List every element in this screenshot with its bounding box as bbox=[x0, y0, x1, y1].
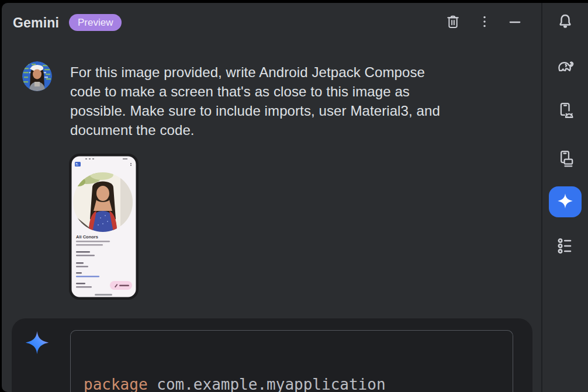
sidebar-item-notifications[interactable] bbox=[551, 9, 579, 35]
code-text: com.example.myapplication bbox=[148, 376, 386, 392]
sidebar-divider bbox=[541, 3, 542, 392]
code-keyword: package bbox=[84, 376, 148, 392]
phone-android-icon bbox=[555, 100, 575, 122]
code-block: package com.example.myapplication import… bbox=[70, 330, 513, 392]
minimize-button[interactable] bbox=[504, 12, 526, 34]
attached-image-thumbnail[interactable]: Ali Conors bbox=[69, 154, 139, 300]
kebab-menu-icon bbox=[476, 13, 493, 32]
preview-badge: Preview bbox=[69, 14, 122, 31]
gemini-response-card: package com.example.myapplication import… bbox=[12, 318, 532, 392]
trash-icon bbox=[445, 13, 461, 32]
more-options-button[interactable] bbox=[473, 11, 496, 33]
user-message-line: document the code. bbox=[70, 120, 440, 140]
minimize-icon bbox=[507, 14, 523, 32]
gemini-star-icon bbox=[24, 329, 50, 356]
gemini-star-icon bbox=[556, 192, 574, 211]
checklist-icon bbox=[555, 236, 575, 258]
delete-conversation-button[interactable] bbox=[442, 11, 464, 33]
page-title: Gemini bbox=[13, 15, 59, 31]
phone-screen-icon bbox=[555, 148, 575, 170]
sidebar-item-gemini[interactable] bbox=[549, 186, 582, 217]
user-message-line: For this image provided, write Android J… bbox=[70, 63, 440, 82]
sidebar-item-gradle[interactable] bbox=[551, 54, 579, 80]
gradle-elephant-icon bbox=[555, 57, 575, 78]
gemini-tool-window: Gemini Preview bbox=[2, 3, 588, 392]
sidebar-item-running-devices[interactable] bbox=[551, 146, 579, 172]
user-avatar bbox=[22, 61, 52, 91]
bell-icon bbox=[556, 12, 575, 33]
sidebar-item-structure[interactable] bbox=[551, 234, 579, 259]
attachment-profile-name: Ali Conors bbox=[76, 234, 98, 240]
user-message-line: code to make a screen that's as close to… bbox=[70, 82, 440, 101]
user-message-line: possible. Make sure to include imports, … bbox=[70, 101, 440, 120]
sidebar-item-device-manager[interactable] bbox=[551, 98, 579, 124]
user-message: For this image provided, write Android J… bbox=[70, 63, 440, 140]
code-line: package com.example.myapplication bbox=[84, 376, 500, 392]
